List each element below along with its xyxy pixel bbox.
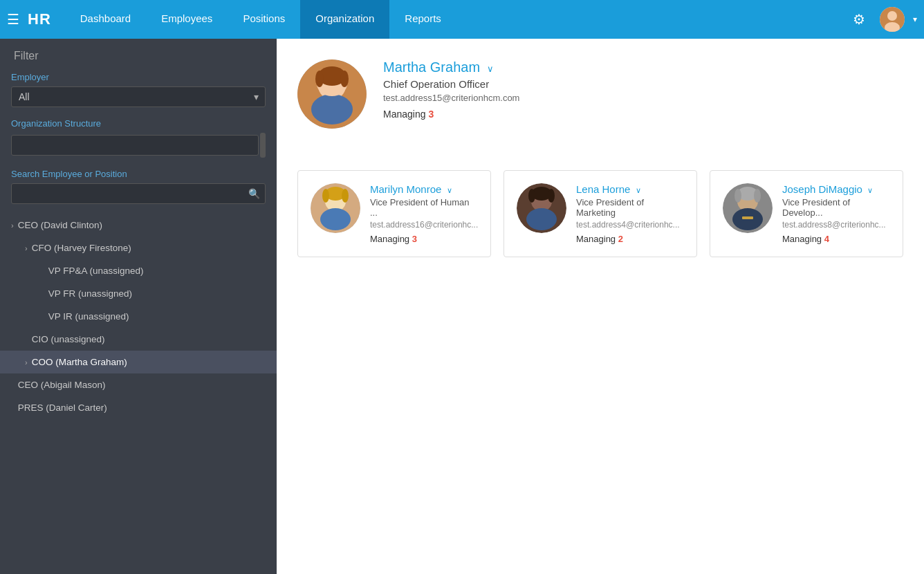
nav-right-controls: ⚙ ▾	[847, 7, 917, 32]
joseph-info: Joseph DiMaggio ∨ Vice President of Deve…	[782, 183, 890, 244]
main-person-email: test.address15@criterionhcm.com	[383, 93, 519, 103]
sub-cards-container: Marilyn Monroe ∨ Vice President of Human…	[297, 170, 903, 257]
employer-label: Employer	[11, 72, 266, 82]
tree-item-ceo-david[interactable]: › CEO (David Clinton)	[0, 214, 277, 237]
svg-point-19	[526, 208, 557, 230]
tree-item-vp-fpna[interactable]: › VP FP&A (unassigned)	[0, 259, 277, 282]
search-section: Search Employee or Position 🔍	[0, 165, 277, 211]
joseph-name[interactable]: Joseph DiMaggio ∨	[782, 183, 890, 195]
settings-icon[interactable]: ⚙	[847, 7, 871, 32]
tree-item-label: CEO (David Clinton)	[18, 220, 102, 230]
search-label: Search Employee or Position	[11, 169, 266, 179]
tree-chevron-coo-martha: ›	[25, 358, 28, 367]
user-dropdown-chevron[interactable]: ▾	[913, 15, 917, 24]
marilyn-managing-count: 3	[412, 234, 417, 244]
marilyn-avatar	[311, 183, 360, 233]
top-nav: ☰ HR Dashboard Employees Positions Organ…	[0, 0, 924, 39]
org-structure-label: Organization Structure	[11, 118, 266, 129]
svg-point-29	[734, 189, 741, 203]
tree-item-label: VP FR (unassigned)	[48, 288, 132, 299]
svg-point-30	[754, 189, 761, 203]
nav-dashboard[interactable]: Dashboard	[65, 0, 146, 39]
marilyn-managing: Managing 3	[370, 234, 478, 244]
tree-item-label: VP FP&A (unassigned)	[48, 266, 144, 276]
tree-item-label: PRES (Daniel Carter)	[18, 402, 107, 413]
tree-item-coo-martha[interactable]: › COO (Martha Graham)	[0, 351, 277, 373]
lena-chevron: ∨	[636, 186, 641, 194]
nav-organization[interactable]: Organization	[300, 0, 389, 39]
main-person-chevron: ∨	[487, 64, 494, 74]
employer-select[interactable]: All	[11, 86, 266, 107]
search-icon: 🔍	[248, 188, 260, 199]
joseph-avatar-svg	[723, 183, 773, 233]
brand-logo: HR	[28, 10, 51, 28]
joseph-email: test.address8@criterionhc...	[782, 220, 890, 230]
tree-item-vp-fr[interactable]: › VP FR (unassigned)	[0, 282, 277, 305]
marilyn-name[interactable]: Marilyn Monroe ∨	[370, 183, 478, 195]
svg-point-1	[887, 11, 897, 21]
hamburger-icon[interactable]: ☰	[7, 11, 19, 28]
org-structure-section: Organization Structure	[0, 114, 277, 165]
filter-header: Filter	[0, 39, 277, 68]
lena-managing: Managing 2	[576, 234, 684, 244]
main-person-card: Martha Graham ∨ Chief Operation Officer …	[297, 59, 903, 142]
org-tree: › CEO (David Clinton) › CFO (Harvey Fire…	[0, 211, 277, 574]
svg-point-8	[315, 71, 324, 87]
marilyn-chevron: ∨	[447, 186, 452, 194]
tree-item-label: COO (Martha Graham)	[32, 357, 127, 367]
employer-select-wrapper: All	[11, 86, 266, 107]
lena-title: Vice President of Marketing	[576, 197, 684, 218]
marilyn-info: Marilyn Monroe ∨ Vice President of Human…	[370, 183, 478, 244]
main-managing-count: 3	[428, 109, 434, 120]
nav-reports[interactable]: Reports	[389, 0, 456, 39]
svg-point-15	[322, 189, 329, 203]
org-structure-select-wrapper	[11, 133, 266, 158]
main-person-title: Chief Operation Officer	[383, 78, 519, 90]
tree-chevron-ceo-david: ›	[11, 221, 14, 230]
main-person-name[interactable]: Martha Graham ∨	[383, 59, 519, 75]
svg-point-22	[528, 189, 535, 203]
marilyn-title: Vice President of Human ...	[370, 197, 478, 218]
svg-point-16	[342, 189, 349, 203]
nav-employees[interactable]: Employees	[146, 0, 228, 39]
sub-card-joseph[interactable]: Joseph DiMaggio ∨ Vice President of Deve…	[710, 170, 903, 257]
org-structure-select[interactable]	[11, 135, 259, 156]
main-person-info: Martha Graham ∨ Chief Operation Officer …	[383, 59, 519, 120]
joseph-chevron: ∨	[867, 186, 873, 194]
sidebar: Filter Employer All Organization Structu…	[0, 39, 277, 574]
tree-item-label: CIO (unassigned)	[32, 334, 105, 344]
marilyn-avatar-svg	[311, 183, 360, 233]
joseph-managing: Managing 4	[782, 234, 890, 244]
lena-managing-count: 2	[618, 234, 623, 244]
lena-avatar	[517, 183, 566, 233]
org-structure-scrollbar[interactable]	[260, 133, 266, 158]
tree-item-cfo-harvey[interactable]: › CFO (Harvey Firestone)	[0, 237, 277, 259]
joseph-managing-count: 4	[824, 234, 829, 244]
svg-rect-31	[742, 216, 753, 219]
lena-name[interactable]: Lena Horne ∨	[576, 183, 684, 195]
svg-point-12	[320, 208, 351, 230]
tree-chevron-cfo-harvey: ›	[25, 244, 28, 252]
sub-card-marilyn[interactable]: Marilyn Monroe ∨ Vice President of Human…	[297, 170, 491, 257]
main-person-avatar	[297, 59, 367, 129]
tree-item-vp-ir[interactable]: › VP IR (unassigned)	[0, 305, 277, 328]
user-avatar[interactable]	[880, 7, 905, 32]
main-person-managing: Managing 3	[383, 109, 519, 120]
main-layout: Filter Employer All Organization Structu…	[0, 39, 924, 574]
svg-point-5	[311, 94, 353, 124]
nav-positions[interactable]: Positions	[228, 0, 300, 39]
tree-item-cio[interactable]: › CIO (unassigned)	[0, 328, 277, 351]
tree-item-label: CEO (Abigail Mason)	[18, 380, 106, 390]
tree-item-label: VP IR (unassigned)	[48, 311, 129, 322]
joseph-title: Vice President of Develop...	[782, 197, 890, 218]
search-input[interactable]	[11, 183, 266, 204]
lena-avatar-svg	[517, 183, 566, 233]
tree-item-label: CFO (Harvey Firestone)	[32, 243, 131, 253]
joseph-avatar	[723, 183, 773, 233]
tree-item-ceo-abigail[interactable]: › CEO (Abigail Mason)	[0, 373, 277, 396]
main-content: Martha Graham ∨ Chief Operation Officer …	[277, 39, 924, 574]
sub-card-lena[interactable]: Lena Horne ∨ Vice President of Marketing…	[503, 170, 697, 257]
tree-item-pres-daniel[interactable]: › PRES (Daniel Carter)	[0, 396, 277, 419]
lena-info: Lena Horne ∨ Vice President of Marketing…	[576, 183, 684, 244]
svg-point-23	[548, 189, 555, 203]
